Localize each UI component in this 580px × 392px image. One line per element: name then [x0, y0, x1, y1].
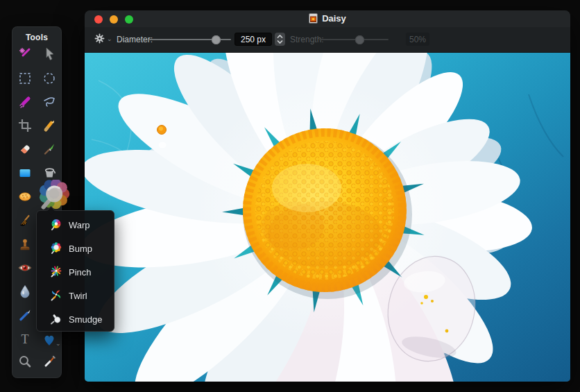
- rect-marquee-icon: [17, 71, 33, 86]
- move-tool[interactable]: [40, 44, 58, 62]
- menu-item-smudge[interactable]: Smudge: [37, 307, 114, 331]
- menu-item-label: Twirl: [69, 291, 87, 301]
- diameter-label: Diameter:: [117, 35, 153, 44]
- pen-tool[interactable]: [16, 306, 34, 324]
- cursor-arrow-icon: [42, 46, 57, 61]
- quick-select-icon: [17, 94, 33, 110]
- menu-item-bump[interactable]: Bump: [37, 237, 114, 260]
- gear-chevron-icon: ⌄: [107, 35, 112, 42]
- daisy-center-disc: [243, 128, 412, 299]
- knife-icon: [42, 118, 57, 133]
- strength-slider-thumb: [355, 35, 364, 44]
- pinch-starburst-icon: [49, 265, 62, 279]
- menu-item-label: Warp: [69, 220, 90, 230]
- stepper-up-icon: [277, 35, 283, 39]
- stamp-tool[interactable]: [16, 235, 34, 253]
- diameter-stepper[interactable]: [275, 33, 285, 46]
- diameter-slider[interactable]: [149, 39, 231, 40]
- paint-bucket-icon: [42, 165, 57, 180]
- blur-tool[interactable]: [16, 282, 34, 300]
- pollen-dot: [157, 126, 167, 135]
- menu-item-twirl[interactable]: Twirl: [37, 284, 114, 307]
- svg-text:T: T: [22, 332, 29, 346]
- red-eye-tool[interactable]: [16, 259, 34, 277]
- slice-tool[interactable]: [40, 117, 58, 135]
- eyedropper-icon: [42, 354, 57, 369]
- pen-icon: [17, 307, 33, 323]
- tiny-droplet: [159, 142, 167, 148]
- stamp-icon: [17, 237, 33, 252]
- ellipse-marquee-icon: [42, 71, 57, 86]
- magic-wand-tool[interactable]: [16, 44, 34, 62]
- duster-icon: [17, 213, 33, 228]
- gradient-swatch-icon: [17, 165, 33, 180]
- magnifier-icon: [17, 354, 33, 369]
- menu-item-label: Pinch: [69, 267, 92, 278]
- lasso-icon: [42, 94, 57, 110]
- gear-icon: [94, 33, 105, 44]
- canvas-daisy-image[interactable]: [85, 53, 570, 382]
- elliptical-marquee-tool[interactable]: [40, 69, 58, 87]
- distort-tools-menu: Warp Bump: [36, 210, 114, 332]
- document-proxy-icon: [309, 13, 318, 24]
- menu-item-label: Bump: [69, 244, 92, 254]
- zoom-tool[interactable]: [16, 352, 34, 370]
- dodge-tool[interactable]: [16, 212, 34, 230]
- sponge-tool[interactable]: [16, 187, 34, 205]
- warp-lollipop-icon: [49, 218, 62, 232]
- type-tool[interactable]: T: [16, 330, 34, 348]
- crop-icon: [17, 118, 33, 133]
- lasso-tool[interactable]: [40, 93, 58, 111]
- window-title: Daisy: [322, 13, 346, 24]
- water-drop-icon: [17, 284, 33, 299]
- paintbrush-icon: [42, 142, 57, 157]
- rectangular-marquee-tool[interactable]: [16, 69, 34, 87]
- diameter-slider-thumb[interactable]: [212, 35, 221, 44]
- menu-item-pinch[interactable]: Pinch: [37, 260, 114, 284]
- brush-settings-button[interactable]: ⌄: [94, 33, 112, 44]
- menu-item-label: Smudge: [69, 314, 102, 325]
- crop-tool[interactable]: [16, 117, 34, 135]
- type-T-icon: T: [17, 332, 33, 347]
- shape-tool[interactable]: ⌄: [40, 330, 58, 348]
- daisy-window: Daisy ⌄ Diameter:: [85, 10, 570, 382]
- window-titlebar[interactable]: Daisy: [85, 10, 570, 27]
- red-eye-icon: [17, 260, 33, 275]
- eraser-icon: [17, 142, 33, 157]
- diameter-input[interactable]: [234, 33, 272, 46]
- window-toolbar: ⌄ Diameter: Strength: 50%: [85, 27, 570, 53]
- shape-chevron-icon: ⌄: [56, 340, 61, 347]
- brush-tool[interactable]: [40, 140, 58, 158]
- bump-flower-icon: [49, 241, 62, 255]
- magic-wand-icon: [17, 46, 33, 61]
- strength-slider: [319, 39, 389, 40]
- stepper-down-icon: [277, 40, 283, 44]
- smudge-hand-icon: [49, 312, 62, 326]
- strength-value: 50%: [406, 33, 429, 46]
- eyedropper-tool[interactable]: [40, 352, 58, 370]
- quick-select-tool[interactable]: [16, 93, 34, 111]
- tools-palette-title: Tools: [12, 33, 61, 42]
- menu-item-warp[interactable]: Warp: [37, 213, 114, 237]
- sponge-icon: [17, 189, 33, 204]
- twirl-pinwheel-icon: [49, 289, 62, 302]
- title-area: Daisy: [85, 13, 570, 24]
- eraser-tool[interactable]: [16, 140, 34, 158]
- gradient-tool[interactable]: [16, 164, 34, 182]
